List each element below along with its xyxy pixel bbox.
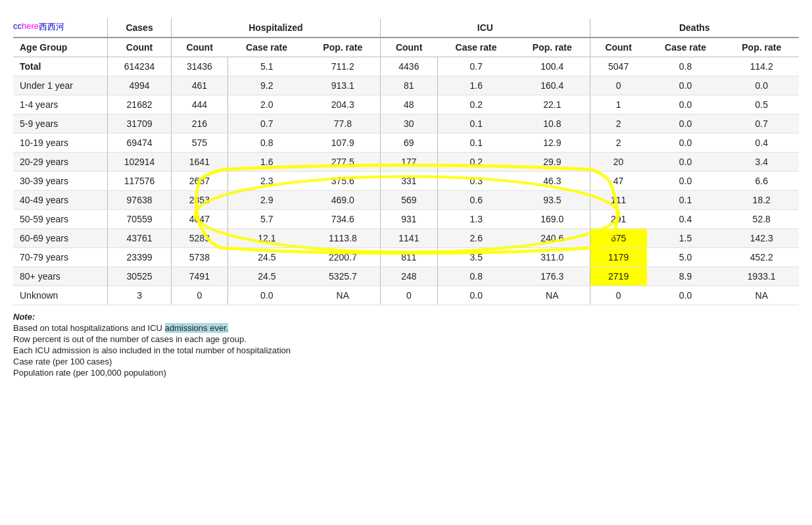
cell-value: 70559: [108, 210, 171, 229]
cell-value: 48: [381, 95, 438, 114]
cell-value: 24.5: [228, 267, 306, 286]
cell-age-group: 40-49 years: [13, 191, 108, 210]
col-deaths-caserate: Case rate: [647, 38, 725, 57]
cell-value: 77.8: [305, 114, 380, 134]
cell-value: 5.7: [228, 210, 306, 229]
table-row: 5-9 years317092160.777.8300.110.820.00.7: [13, 114, 799, 134]
cell-value: NA: [305, 286, 380, 305]
cell-age-group: Under 1 year: [13, 76, 108, 95]
cell-value: 177: [381, 153, 438, 172]
cell-value: 1.6: [228, 153, 306, 172]
cell-value: 142.3: [724, 229, 799, 248]
cell-value: 18.2: [724, 191, 799, 210]
cell-value: 3.5: [437, 248, 515, 267]
cell-value: 240.6: [515, 229, 590, 248]
cell-value: 1141: [381, 229, 438, 248]
cell-value: 0.2: [437, 95, 515, 114]
cell-value: 204.3: [305, 95, 380, 114]
cell-value: 5047: [590, 57, 647, 76]
cell-value: 176.3: [515, 267, 590, 286]
cell-value: 97638: [108, 191, 171, 210]
cell-value: 20: [590, 153, 647, 172]
cell-value: 0.7: [724, 114, 799, 134]
col-hosp-caserate: Case rate: [228, 38, 306, 57]
cell-value: 69474: [108, 134, 171, 153]
cell-value: 0.7: [437, 57, 515, 76]
cell-value: 1933.1: [724, 267, 799, 286]
cell-value: 311.0: [515, 248, 590, 267]
col-icu-poprate: Pop. rate: [515, 38, 590, 57]
table-row: 70-79 years23399573824.52200.78113.5311.…: [13, 248, 799, 267]
hospitalized-header: Hospitalized: [171, 18, 381, 38]
col-icu-caserate: Case rate: [437, 38, 515, 57]
cases-header: Cases: [108, 18, 171, 38]
cell-value: 2200.7: [305, 248, 380, 267]
col-hosp-poprate: Pop. rate: [305, 38, 380, 57]
cell-value: 21682: [108, 95, 171, 114]
cell-value: 0.0: [647, 153, 725, 172]
cell-value: 0.5: [724, 95, 799, 114]
cell-value: 169.0: [515, 210, 590, 229]
cell-value: 46.3: [515, 172, 590, 191]
cell-value: 31436: [171, 57, 228, 76]
cell-value: 444: [171, 95, 228, 114]
cell-value: 160.4: [515, 76, 590, 95]
cell-value: 931: [381, 210, 438, 229]
cell-value: 0.0: [647, 286, 725, 305]
cell-value: 107.9: [305, 134, 380, 153]
cell-value: 0.0: [647, 172, 725, 191]
cell-value: 469.0: [305, 191, 380, 210]
cell-value: 0.6: [437, 191, 515, 210]
note-line-4: Population rate (per 100,000 population): [13, 368, 799, 378]
cell-value: 575: [171, 134, 228, 153]
cell-value: 277.5: [305, 153, 380, 172]
table-row: 20-29 years10291416411.6277.51770.229.92…: [13, 153, 799, 172]
cell-value: 69: [381, 134, 438, 153]
cell-value: 114.2: [724, 57, 799, 76]
cell-value: 1.3: [437, 210, 515, 229]
cell-value: 0.2: [437, 153, 515, 172]
cell-value: 0.0: [647, 95, 725, 114]
cell-value: 0.0: [724, 76, 799, 95]
cell-value: 52.8: [724, 210, 799, 229]
cell-value: 0.3: [437, 172, 515, 191]
table-row: 60-69 years43761528312.11113.811412.6240…: [13, 229, 799, 248]
table-row: 40-49 years9763828532.9469.05690.693.511…: [13, 191, 799, 210]
cell-value: 22.1: [515, 95, 590, 114]
cell-age-group: 60-69 years: [13, 229, 108, 248]
cell-value: 3: [108, 286, 171, 305]
cell-value: 461: [171, 76, 228, 95]
cell-age-group: Total: [13, 57, 108, 76]
cell-value: 375.6: [305, 172, 380, 191]
cell-value: 0.0: [647, 76, 725, 95]
cell-value: 23399: [108, 248, 171, 267]
cell-value: 30: [381, 114, 438, 134]
cell-value: 0.0: [647, 114, 725, 134]
col-icu-count: Count: [381, 38, 438, 57]
cell-value: 675: [590, 229, 647, 248]
cell-value: 7491: [171, 267, 228, 286]
cell-value: 248: [381, 267, 438, 286]
cell-value: 12.9: [515, 134, 590, 153]
cell-value: NA: [515, 286, 590, 305]
cell-value: 100.4: [515, 57, 590, 76]
cell-value: 111: [590, 191, 647, 210]
cell-value: 3.4: [724, 153, 799, 172]
cell-value: 2719: [590, 267, 647, 286]
cell-value: 711.2: [305, 57, 380, 76]
cell-value: 0: [171, 286, 228, 305]
cell-value: 31709: [108, 114, 171, 134]
col-deaths-count: Count: [590, 38, 647, 57]
cell-value: NA: [724, 286, 799, 305]
cell-value: 1.6: [437, 76, 515, 95]
col-deaths-poprate: Pop. rate: [724, 38, 799, 57]
cell-value: 47: [590, 172, 647, 191]
cell-value: 2: [590, 134, 647, 153]
cell-value: 2687: [171, 172, 228, 191]
cell-value: 0.8: [228, 134, 306, 153]
cell-age-group: 80+ years: [13, 267, 108, 286]
cell-value: 9.2: [228, 76, 306, 95]
cell-value: 81: [381, 76, 438, 95]
cell-value: 1641: [171, 153, 228, 172]
table-row: 10-19 years694745750.8107.9690.112.920.0…: [13, 134, 799, 153]
